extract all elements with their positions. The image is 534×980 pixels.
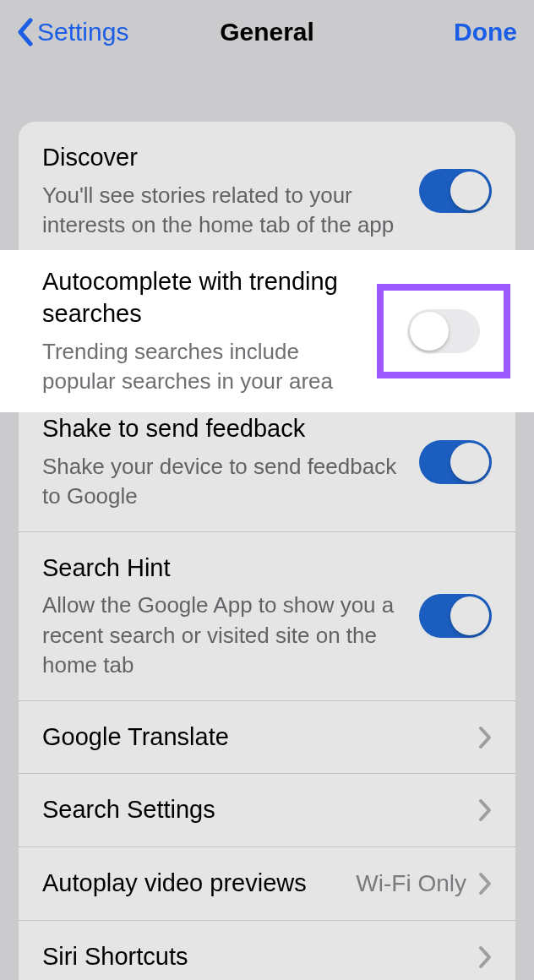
row-search-settings[interactable]: Search Settings	[19, 774, 515, 847]
row-title: Siri Shortcuts	[42, 941, 463, 973]
navbar: Settings General Done	[0, 0, 534, 64]
row-title: Search Settings	[42, 794, 463, 826]
row-shake-feedback: Shake to send feedback Shake your device…	[19, 393, 515, 532]
row-title: Search Hint	[42, 553, 404, 585]
row-search-hint: Search Hint Allow the Google App to show…	[19, 532, 515, 701]
row-title: Autoplay video previews	[42, 868, 341, 900]
row-text: Shake to send feedback Shake your device…	[42, 413, 404, 511]
row-title: Shake to send feedback	[42, 413, 404, 445]
done-button[interactable]: Done	[454, 18, 517, 46]
row-google-translate[interactable]: Google Translate	[19, 701, 515, 775]
row-subtitle: You'll see stories related to your inter…	[42, 181, 404, 240]
chevron-right-icon	[478, 872, 492, 896]
row-subtitle: Allow the Google App to show you a recen…	[42, 591, 404, 679]
row-title: Discover	[42, 142, 404, 174]
highlight-frame	[377, 284, 510, 378]
page-title: General	[220, 18, 314, 46]
row-siri-shortcuts[interactable]: Siri Shortcuts	[19, 921, 515, 980]
shake-feedback-toggle[interactable]	[419, 440, 492, 484]
row-text: Autocomplete with trending searches Tren…	[42, 266, 362, 396]
autocomplete-trending-toggle[interactable]	[407, 309, 480, 353]
row-text: Search Hint Allow the Google App to show…	[42, 553, 404, 680]
discover-toggle[interactable]	[419, 169, 492, 213]
row-text: Discover You'll see stories related to y…	[42, 142, 404, 240]
row-value: Wi-Fi Only	[356, 870, 466, 897]
back-button[interactable]: Settings	[17, 18, 128, 46]
row-title: Google Translate	[42, 721, 463, 754]
chevron-right-icon	[478, 726, 492, 749]
row-subtitle: Shake your device to send feedback to Go…	[42, 452, 404, 511]
chevron-left-icon	[17, 18, 34, 46]
back-label: Settings	[37, 18, 128, 46]
row-autoplay-video[interactable]: Autoplay video previews Wi-Fi Only	[19, 847, 515, 921]
row-subtitle: Trending searches include popular search…	[42, 337, 362, 396]
search-hint-toggle[interactable]	[419, 594, 492, 638]
row-title: Autocomplete with trending searches	[42, 266, 362, 329]
row-autocomplete-trending: Autocomplete with trending searches Tren…	[0, 250, 534, 412]
chevron-right-icon	[478, 798, 492, 822]
chevron-right-icon	[478, 945, 492, 969]
row-discover: Discover You'll see stories related to y…	[19, 122, 515, 261]
